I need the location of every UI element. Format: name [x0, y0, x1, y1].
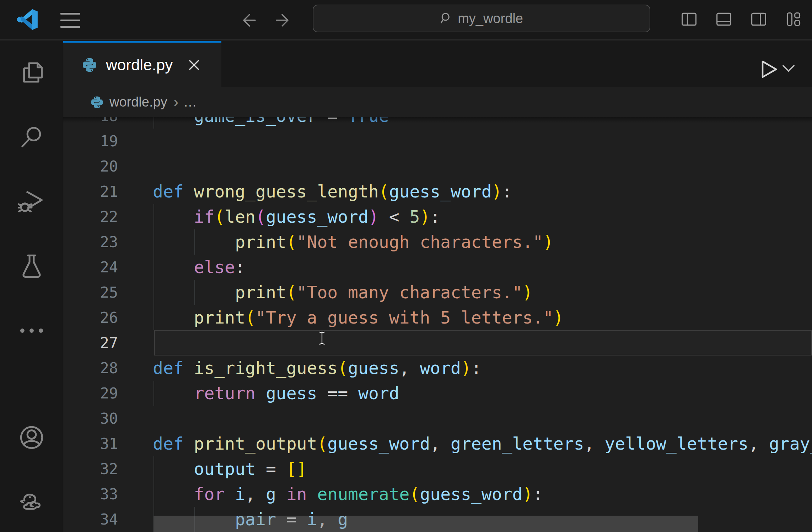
run-options-chevron-down-icon[interactable] — [782, 64, 795, 73]
token-var: word — [358, 383, 399, 403]
token-ctrl: in — [286, 484, 307, 504]
code-line[interactable]: if(len(guess_word) < 5): — [153, 204, 440, 229]
vscode-window: my_wordle — [0, 0, 812, 532]
line-number: 20 — [63, 154, 118, 179]
line-number: 34 — [63, 507, 118, 532]
testing-icon[interactable] — [18, 253, 45, 280]
line-number: 27 — [63, 330, 118, 355]
toggle-panel-icon[interactable] — [715, 11, 732, 28]
token-var: gray_ — [769, 434, 812, 454]
line-number: 25 — [63, 280, 118, 305]
close-tab-icon[interactable] — [187, 58, 201, 72]
token-num: 5 — [410, 207, 420, 227]
code-line[interactable]: else: — [153, 255, 245, 280]
token-op: : — [502, 181, 512, 201]
token-op: = — [317, 117, 348, 126]
token-var: guess_word — [266, 207, 369, 227]
breadcrumb-file[interactable]: wordle.py — [109, 94, 167, 110]
token-op: : — [235, 257, 245, 277]
line-number: 19 — [63, 129, 118, 154]
code-line[interactable]: def print_output(guess_word, green_lette… — [153, 431, 812, 456]
code-line[interactable]: for i, g in enumerate(guess_word): — [153, 482, 543, 507]
code-line[interactable]: print("Not enough characters.") — [153, 229, 553, 255]
token-var: guess_word — [389, 181, 492, 201]
token-var: i — [235, 484, 245, 504]
token-b1: ) — [543, 232, 553, 252]
code-line[interactable]: print("Too many characters.") — [153, 280, 533, 305]
token-b2: ( — [256, 207, 266, 227]
token-var: guess — [348, 358, 399, 378]
token-fn: print — [235, 282, 286, 302]
token-b1: ) — [522, 282, 533, 302]
horizontal-scrollbar-thumb[interactable] — [154, 516, 698, 532]
token-b1: ) — [553, 308, 564, 327]
code-line[interactable]: output = [] — [153, 456, 307, 482]
line-number: 29 — [63, 381, 118, 406]
back-arrow-icon[interactable] — [240, 12, 257, 29]
token-var: word — [420, 358, 461, 378]
code-editor[interactable]: 18 game_is_over = True192021def wrong_gu… — [63, 117, 812, 532]
python-file-icon — [90, 96, 104, 109]
token-ctrl: for — [194, 484, 225, 504]
code-line[interactable]: game_is_over = True — [153, 117, 389, 129]
token-plain — [153, 484, 194, 504]
token-cls: enumerate — [317, 484, 409, 504]
token-plain — [256, 383, 266, 403]
token-op: : — [533, 484, 543, 504]
current-line-highlight — [154, 330, 812, 355]
token-var: guess_word — [327, 434, 430, 454]
token-op: , — [399, 358, 420, 378]
tab-bar: wordle.py — [63, 41, 812, 87]
python-environments-snake-icon[interactable] — [18, 486, 45, 513]
accounts-icon[interactable] — [18, 424, 45, 451]
menu-icon[interactable] — [60, 13, 80, 28]
line-number: 33 — [63, 482, 118, 507]
run-and-debug-icon[interactable] — [18, 188, 45, 215]
code-line[interactable]: return guess == word — [153, 381, 399, 406]
breadcrumb-symbol-more[interactable]: … — [183, 94, 198, 110]
more-views-icon[interactable] — [18, 317, 45, 344]
tab-wordle-py[interactable]: wordle.py — [63, 41, 221, 87]
token-op: < — [379, 207, 410, 227]
token-fn: print_output — [194, 434, 317, 454]
token-plain — [153, 459, 194, 479]
token-kw: def — [153, 181, 194, 201]
token-var: g — [266, 484, 276, 504]
command-center-search[interactable]: my_wordle — [313, 5, 650, 32]
code-line[interactable]: print("Try a guess with 5 letters.") — [153, 305, 564, 330]
token-kw: def — [153, 358, 194, 378]
token-op: , — [748, 434, 769, 454]
token-op: , — [430, 434, 451, 454]
token-b1: ) — [492, 181, 502, 201]
explorer-icon[interactable] — [18, 59, 45, 86]
token-fn: print — [194, 308, 246, 327]
search-icon[interactable] — [18, 124, 45, 151]
token-op: , — [584, 434, 605, 454]
token-fn: print — [235, 232, 286, 252]
run-button-icon[interactable] — [760, 59, 778, 79]
token-op: : — [471, 358, 482, 378]
token-plain — [225, 484, 235, 504]
token-var: green_letters — [451, 434, 584, 454]
token-plain — [153, 257, 194, 277]
vscode-logo-icon — [16, 8, 39, 31]
toggle-sidebar-icon[interactable] — [681, 11, 698, 28]
token-str: "Try a guess with 5 letters." — [256, 308, 553, 327]
token-plain — [153, 282, 235, 302]
token-b1: ( — [410, 484, 420, 504]
token-var: guess_word — [420, 484, 522, 504]
line-number: 28 — [63, 355, 118, 381]
token-b1: ( — [317, 434, 327, 454]
editor-group: wordle.py wordle.py — [63, 41, 812, 532]
search-icon — [440, 12, 453, 25]
token-var: yellow_letters — [605, 434, 749, 454]
forward-arrow-icon[interactable] — [274, 12, 291, 29]
token-var: game_is_over — [194, 117, 317, 126]
code-line[interactable]: def is_right_guess(guess, word): — [153, 355, 482, 381]
token-b1: ( — [379, 181, 389, 201]
token-fn: is_right_guess — [194, 358, 338, 378]
toggle-secondary-sidebar-icon[interactable] — [750, 11, 767, 28]
breadcrumb-separator: › — [174, 94, 178, 110]
code-line[interactable]: def wrong_guess_length(guess_word): — [153, 179, 512, 204]
customize-layout-icon[interactable] — [785, 11, 802, 28]
